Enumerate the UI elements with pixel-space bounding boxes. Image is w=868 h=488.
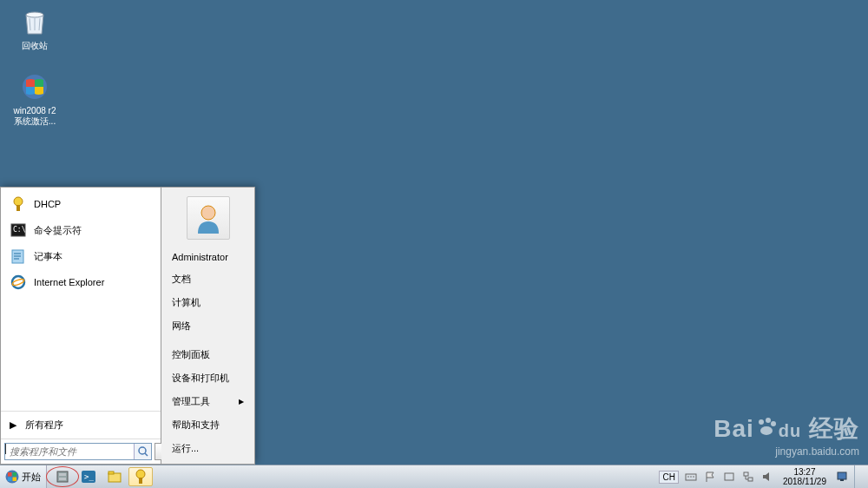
program-label: 记事本 <box>34 250 62 263</box>
search-box[interactable] <box>4 443 152 460</box>
program-item-cmd[interactable]: C:\ 命令提示符 <box>4 217 157 243</box>
svg-point-0 <box>26 12 43 17</box>
program-label: 命令提示符 <box>34 224 82 237</box>
all-programs-label: 所有程序 <box>25 419 63 432</box>
start-menu-left-panel: DHCP C:\ 命令提示符 记事本 Internet Explorer <box>0 187 161 465</box>
start-button[interactable]: 开始 <box>0 465 47 488</box>
recycle-bin-icon <box>17 4 52 39</box>
svg-point-36 <box>690 476 692 478</box>
taskbar-pin-server-manager[interactable] <box>50 467 75 486</box>
server-manager-icon <box>55 469 70 485</box>
svg-rect-23 <box>8 478 12 482</box>
menu-item-computer[interactable]: 计算机 <box>161 291 254 314</box>
tray-icon-monitor[interactable] <box>835 470 849 484</box>
svg-line-17 <box>145 453 148 456</box>
svg-rect-22 <box>13 472 17 477</box>
taskbar-pin-explorer[interactable] <box>102 467 127 486</box>
taskbar-pin-powershell[interactable]: >_ <box>76 467 101 486</box>
powershell-icon: >_ <box>81 469 96 485</box>
svg-text:C:\: C:\ <box>13 226 26 234</box>
ie-icon <box>10 274 27 291</box>
svg-point-37 <box>693 476 694 478</box>
svg-point-32 <box>136 470 145 478</box>
tray-icon-sound[interactable] <box>760 470 774 484</box>
desktop-icon-label: win2008 r2 系统激活... <box>9 106 61 127</box>
language-indicator[interactable]: CH <box>659 471 678 484</box>
svg-rect-7 <box>16 205 20 211</box>
tray-icon-flag[interactable] <box>703 470 717 484</box>
svg-rect-31 <box>108 472 114 474</box>
svg-point-6 <box>14 197 23 206</box>
menu-item-control-panel[interactable]: 控制面板 <box>161 343 254 366</box>
svg-point-4 <box>771 421 776 426</box>
windows-icon <box>17 69 52 104</box>
user-picture[interactable] <box>187 196 230 240</box>
svg-point-35 <box>687 476 689 478</box>
tray-icon-action[interactable] <box>722 470 736 484</box>
menu-item-admin-tools[interactable]: 管理工具 ▶ <box>161 390 254 413</box>
start-menu-right-panel: Administrator 文档 计算机 网络 控制面板 设备和打印机 管理工具… <box>161 187 255 465</box>
search-button[interactable] <box>134 444 151 459</box>
svg-text:>_: >_ <box>84 472 94 481</box>
menu-item-help[interactable]: 帮助和支持 <box>161 413 254 437</box>
tray-icon-keyboard[interactable] <box>684 470 698 484</box>
svg-point-3 <box>766 418 771 423</box>
tray-icon-network[interactable] <box>741 470 755 484</box>
cmd-icon: C:\ <box>10 221 27 239</box>
start-label: 开始 <box>22 471 41 484</box>
svg-rect-43 <box>838 472 846 479</box>
taskbar-clock[interactable]: 13:27 2018/11/29 <box>779 467 830 486</box>
program-label: Internet Explorer <box>34 277 104 287</box>
start-menu: DHCP C:\ 命令提示符 记事本 Internet Explorer <box>0 187 255 465</box>
svg-rect-40 <box>748 478 753 481</box>
program-item-notepad[interactable]: 记事本 <box>4 243 157 269</box>
menu-item-network[interactable]: 网络 <box>161 314 254 338</box>
desktop-icon-label: 回收站 <box>9 41 61 51</box>
search-input[interactable] <box>6 444 134 459</box>
desktop-icon-recycle-bin[interactable]: 回收站 <box>9 4 61 51</box>
program-item-ie[interactable]: Internet Explorer <box>4 269 157 295</box>
svg-rect-27 <box>59 478 66 480</box>
search-row: 注销 ▸ <box>1 439 161 464</box>
dhcp-icon <box>133 469 148 485</box>
svg-point-5 <box>760 426 773 435</box>
svg-rect-24 <box>13 478 17 482</box>
arrow-right-icon: ▶ <box>10 419 16 431</box>
program-item-dhcp[interactable]: DHCP <box>4 191 157 217</box>
menu-item-documents[interactable]: 文档 <box>161 267 254 291</box>
taskbar: 开始 >_ CH <box>0 465 868 488</box>
svg-point-20 <box>6 471 19 484</box>
arrow-right-icon: ▶ <box>239 398 244 406</box>
svg-rect-39 <box>744 472 748 476</box>
menu-item-devices-printers[interactable]: 设备和打印机 <box>161 366 254 390</box>
svg-rect-33 <box>139 478 142 484</box>
notepad-icon <box>10 247 27 265</box>
dhcp-icon <box>10 195 27 213</box>
svg-rect-25 <box>57 472 68 482</box>
taskbar-pin-dhcp[interactable] <box>128 467 153 486</box>
program-list: DHCP C:\ 命令提示符 记事本 Internet Explorer <box>1 188 161 411</box>
svg-rect-26 <box>59 473 66 476</box>
svg-point-16 <box>139 447 146 454</box>
taskbar-pinned-apps: >_ <box>47 467 156 486</box>
desktop-icon-activator[interactable]: win2008 r2 系统激活... <box>9 69 61 127</box>
windows-orb-icon <box>5 470 19 484</box>
user-name-item[interactable]: Administrator <box>161 247 254 267</box>
svg-rect-44 <box>840 479 844 481</box>
show-desktop-button[interactable] <box>854 465 863 489</box>
svg-rect-38 <box>725 473 733 480</box>
explorer-icon <box>107 469 122 485</box>
all-programs-button[interactable]: ▶ 所有程序 <box>1 411 161 439</box>
program-label: DHCP <box>34 199 61 209</box>
watermark: Baidu 经验 jingyan.baidu.com <box>713 412 859 458</box>
menu-item-run[interactable]: 运行... <box>161 437 254 460</box>
svg-point-2 <box>759 419 764 425</box>
system-tray: CH 13:27 2018/11/29 <box>654 465 868 488</box>
svg-rect-21 <box>8 472 12 477</box>
